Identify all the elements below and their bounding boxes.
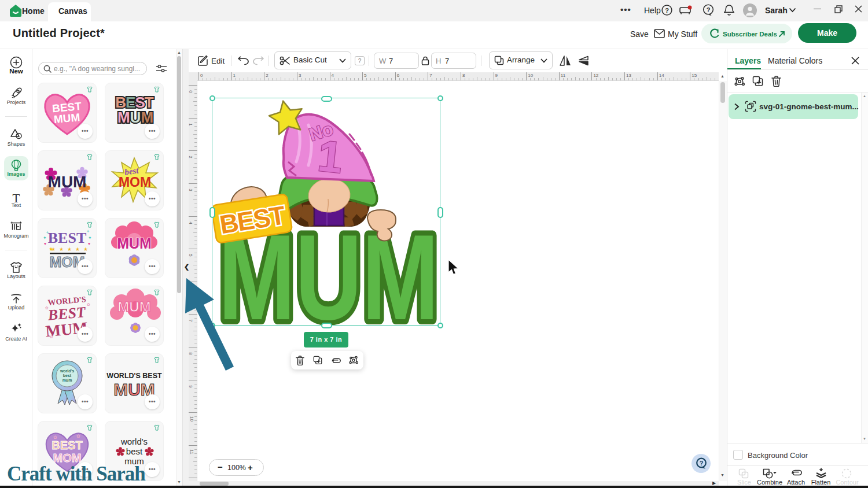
svg-text:★: ★ <box>83 246 88 252</box>
svg-text:world's: world's <box>120 437 148 446</box>
svg-text:mum: mum <box>62 378 72 382</box>
svg-text:WORLD'S BEST: WORLD'S BEST <box>106 372 162 380</box>
svg-text:✿: ✿ <box>76 434 80 439</box>
svg-text:♥: ♥ <box>44 242 46 246</box>
svg-text:✿: ✿ <box>53 435 57 440</box>
svg-text:MUM: MUM <box>117 235 152 252</box>
svg-text:MUM: MUM <box>117 109 153 126</box>
svg-text:?: ? <box>700 460 704 467</box>
svg-text:✦: ✦ <box>43 235 47 241</box>
svg-text:✦: ✦ <box>88 235 92 241</box>
svg-text:♥: ♥ <box>88 242 90 246</box>
svg-text:MUM: MUM <box>48 173 87 191</box>
svg-text:＋: ＋ <box>86 228 90 234</box>
svg-text:★: ★ <box>67 246 72 252</box>
svg-text:?: ? <box>707 6 711 13</box>
svg-text:best: best <box>126 446 143 456</box>
svg-text:✿: ✿ <box>45 306 49 310</box>
svg-text:world's: world's <box>60 369 74 373</box>
svg-text:MUM: MUM <box>53 111 80 125</box>
svg-text:✿: ✿ <box>87 302 90 306</box>
svg-text:best: best <box>63 374 72 378</box>
svg-text:★: ★ <box>75 246 80 252</box>
svg-text:BEST: BEST <box>52 439 82 452</box>
svg-text:✿: ✿ <box>50 335 53 339</box>
svg-text:BEST: BEST <box>48 230 87 246</box>
svg-text:MOM: MOM <box>119 175 151 190</box>
svg-text:★: ★ <box>59 246 64 252</box>
svg-text:MUM: MUM <box>117 299 150 315</box>
svg-text:★: ★ <box>51 246 56 252</box>
svg-text:?: ? <box>665 7 669 14</box>
svg-text:＋: ＋ <box>45 230 50 235</box>
